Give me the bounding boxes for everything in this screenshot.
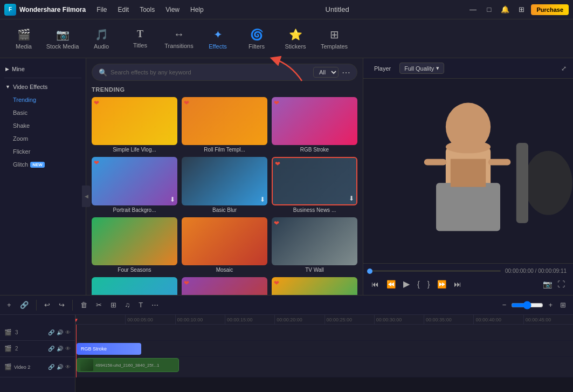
effect-name-portrait: Portrait Backgro... [92,207,177,213]
effect-card-roll-film[interactable]: ❤ Roll Film Templ... [182,97,267,153]
timeline-crop-button[interactable]: ⊞ [108,299,119,311]
toolbar-templates[interactable]: ⊞ Templates [316,22,353,56]
sidebar-section-mine[interactable]: ▶ Mine [0,63,86,75]
timeline-delete-button[interactable]: 🗑 [78,299,90,311]
toolbar-stickers[interactable]: ⭐ Stickers [277,22,314,56]
filter-select[interactable]: All [313,67,339,78]
timeline-progress-bar-container: 00:00:00:00 / 00:00:09:11 [370,268,567,274]
effect-name-business-news: Business News ... [272,207,357,213]
heart-icon-roll-film: ❤ [184,99,189,107]
timeline-redo-button[interactable]: ↪ [56,299,67,311]
toolbar-titles-label: Titles [133,42,147,49]
toolbar-audio[interactable]: 🎵 Audio [83,22,120,56]
app-name: Wondershare Filmora [19,6,86,13]
maximize-icon[interactable]: □ [482,3,495,16]
track3-camera-icon: 🎬 [4,329,12,336]
video-clip-name: 4994158-uhd_2160_3840_25f...1 [95,363,159,368]
timeline-text-button[interactable]: T [136,299,146,311]
step-back-button[interactable]: ⏪ [385,278,397,290]
mark-out-button[interactable]: } [426,278,432,290]
sidebar-item-zoom[interactable]: Zoom [0,132,86,145]
timeline-progress-bar[interactable] [370,270,501,272]
effect-card-row4a[interactable] [92,277,177,295]
search-input[interactable] [111,69,310,75]
sidebar-item-flicker[interactable]: Flicker [0,145,86,158]
video2-link-btn[interactable]: 🔗 [48,364,54,370]
timeline-audio-button[interactable]: ♫ [122,299,133,311]
play-button[interactable]: ▶ [402,277,411,291]
video2-audio-btn[interactable]: 🔊 [57,364,63,370]
mark-in-button[interactable]: { [416,278,422,290]
track2-eye-btn[interactable]: 👁 [65,346,71,352]
effect-chip-rgb-stroke[interactable]: RGB Stroke [77,343,141,355]
more-options-icon[interactable]: ⋯ [342,67,350,78]
sidebar-item-shake[interactable]: Shake [0,119,86,132]
menu-view[interactable]: View [161,4,184,16]
effect-card-business-news[interactable]: ❤ ⬇ Business News ... [272,157,357,212]
effect-card-four-seasons[interactable]: Four Seasons [92,217,177,273]
sidebar-collapse-btn[interactable]: ◀ [82,185,86,207]
stock-media-icon: 📷 [56,28,70,41]
toolbar-media[interactable]: 🎬 Media [5,22,42,56]
track2-link-btn[interactable]: 🔗 [48,346,54,352]
toolbar-effects[interactable]: ✦ Effects [199,22,236,56]
snapshot-button[interactable]: 📷 [541,278,554,290]
fullscreen-button[interactable]: ⛶ [556,278,567,290]
svg-rect-4 [436,183,500,231]
effect-card-portrait-bg[interactable]: ❤ ⬇ Portrait Backgro... [92,157,177,212]
search-bar: 🔍 All ⋯ [92,64,357,81]
effect-card-tv-wall[interactable]: ❤ TV Wall [272,217,357,273]
menu-file[interactable]: File [92,4,111,16]
toolbar-filters[interactable]: 🌀 Filters [238,22,275,56]
track3-audio-btn[interactable]: 🔊 [57,329,63,335]
menu-tools[interactable]: Tools [135,4,159,16]
notification-icon[interactable]: 🔔 [499,3,512,16]
sidebar-item-glitch[interactable]: Glitch NEW [0,158,86,171]
effect-card-row4b[interactable]: ❤ [182,277,267,295]
timeline-add-track-button[interactable]: + [4,299,14,311]
menu-help[interactable]: Help [186,4,208,16]
effect-card-rgb-stroke[interactable]: ❤ RGB Stroke [272,97,357,153]
sidebar-divider-1 [4,78,81,78]
timeline-more-button[interactable]: ⋯ [149,299,161,311]
download-icon-portrait: ⬇ [170,196,175,203]
menu-edit[interactable]: Edit [113,4,133,16]
purchase-button[interactable]: Purchase [531,4,569,15]
track3-eye-btn[interactable]: 👁 [65,329,71,335]
timeline-link-button[interactable]: 🔗 [17,299,31,311]
zoom-in-button[interactable]: + [546,299,555,311]
quality-select[interactable]: Full Quality ▾ [399,63,444,74]
effect-card-basic-blur[interactable]: ⬇ Basic Blur [182,157,267,212]
zoom-slider[interactable] [511,301,543,310]
sidebar-item-trending[interactable]: Trending [0,93,86,106]
effect-card-row4c[interactable]: ❤ [272,277,357,295]
video2-eye-btn[interactable]: 👁 [65,364,71,370]
sidebar-section-video-effects[interactable]: ▼ Video Effects [0,80,86,93]
toolbar-titles[interactable]: T Titles [122,22,158,56]
grid-view-button[interactable]: ⊞ [557,299,569,311]
mine-arrow-icon: ▶ [5,66,9,72]
go-to-end-button[interactable]: ⏭ [452,278,463,290]
svg-point-8 [524,151,572,215]
effect-card-mosaic[interactable]: Mosaic [182,217,267,273]
preview-expand-icon[interactable]: ⤢ [561,65,567,72]
minimize-icon[interactable]: — [466,3,479,16]
playhead[interactable] [76,325,77,377]
track3-link-btn[interactable]: 🔗 [48,329,54,335]
track2-audio-btn[interactable]: 🔊 [57,346,63,352]
grid-icon[interactable]: ⊞ [515,3,528,16]
effect-card-simple-vlog[interactable]: ❤ Simple Life Vlog... [92,97,177,153]
step-forward-button[interactable]: ⏩ [436,278,448,290]
svg-rect-5 [451,159,486,187]
video-clip-1[interactable]: 4994158-uhd_2160_3840_25f...1 [77,358,179,372]
zoom-controls: − + ⊞ [500,299,569,311]
timeline-scissors-button[interactable]: ✂ [93,299,105,311]
player-label[interactable]: Player [370,63,395,74]
quality-dropdown-icon: ▾ [436,65,439,72]
timeline-undo-button[interactable]: ↩ [42,299,53,311]
go-to-start-button[interactable]: ⏮ [370,278,381,290]
toolbar-transitions[interactable]: ↔ Transitions [161,22,197,56]
sidebar-item-basic[interactable]: Basic [0,106,86,119]
zoom-out-button[interactable]: − [500,299,509,311]
toolbar-stock-media[interactable]: 📷 Stock Media [44,22,81,56]
